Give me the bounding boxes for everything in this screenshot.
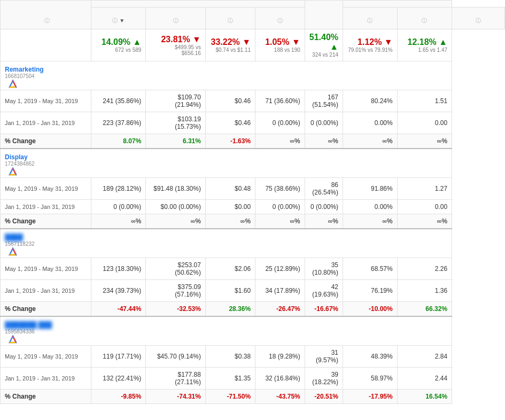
bounce-rate-cell: 0.00%	[343, 112, 398, 134]
clicks-help-icon[interactable]: ⓘ	[112, 18, 118, 24]
clicks-column-header: ⓘ ▼	[91, 7, 146, 29]
pages-session-cell: 0.00	[397, 200, 452, 214]
pages-change: 16.54%	[397, 390, 452, 404]
behavior-group-header	[343, 1, 452, 7]
svg-line-5	[13, 168, 16, 175]
summary-users: 1.05% ▼ 188 vs 190	[255, 29, 305, 61]
date-label: May 1, 2019 - May 31, 2019	[1, 258, 91, 280]
svg-line-2	[13, 81, 16, 87]
data-row: Jan 1, 2019 - Jan 31, 2019223 (37.86%)$1…	[1, 112, 505, 134]
cpc-cell: $1.35	[205, 368, 255, 390]
cpc-cell: $0.46	[205, 90, 255, 112]
campaign-name-row: ████1587118232	[1, 229, 505, 258]
bounce-change: ∞%	[343, 134, 398, 149]
users-cell: 18 (9.28%)	[255, 346, 305, 368]
google-ads-icon	[8, 79, 18, 89]
summary-bounce-rate: 1.12% ▼ 79.01% vs 79.91%	[343, 29, 398, 61]
change-label: % Change	[1, 390, 91, 404]
campaign-name-cell: ████1587118232	[1, 229, 452, 258]
svg-line-11	[13, 336, 16, 343]
sessions-cell: 35 (10.80%)	[305, 258, 343, 280]
cpc-cell: $0.48	[205, 178, 255, 200]
cost-change: -74.31%	[146, 390, 206, 404]
users-change: ∞%	[255, 214, 305, 229]
pages-help-icon[interactable]: ⓘ	[476, 18, 481, 24]
change-row: % Change-9.85%-74.31%-71.50%-43.75%-20.5…	[1, 390, 505, 404]
campaign-name-row: Remarketing1668107504	[1, 61, 505, 90]
cpc-help-icon[interactable]: ⓘ	[228, 18, 233, 24]
campaign-link[interactable]: Display	[5, 153, 28, 161]
data-row: May 1, 2019 - May 31, 2019189 (28.12%)$9…	[1, 178, 505, 200]
cpc-cell: $1.60	[205, 280, 255, 302]
pages-session-cell: 2.44	[397, 368, 452, 390]
pages-session-cell: 1.36	[397, 280, 452, 302]
summary-campaign-cell	[1, 29, 91, 61]
clicks-cell: 189 (28.12%)	[91, 178, 146, 200]
cpc-change: ∞%	[205, 214, 255, 229]
cost-help-icon[interactable]: ⓘ	[173, 18, 178, 24]
campaign-id: 1668107504	[5, 73, 447, 79]
campaign-id: 1724384862	[5, 161, 447, 167]
cost-column-header: ⓘ	[146, 7, 206, 29]
campaign-link[interactable]: ███████ ███	[5, 321, 52, 329]
sessions-group-header	[305, 1, 343, 29]
cost-cell: $0.00 (0.00%)	[146, 200, 206, 214]
clicks-cell: 223 (37.86%)	[91, 112, 146, 134]
sessions-change: ∞%	[305, 214, 343, 229]
cost-change: ∞%	[146, 214, 206, 229]
campaign-name-cell: Display1724384862	[1, 149, 452, 178]
cost-cell: $91.48 (18.30%)	[146, 178, 206, 200]
google-ads-icon	[8, 167, 18, 176]
clicks-change: -9.85%	[91, 390, 146, 404]
data-row: May 1, 2019 - May 31, 2019123 (18.30%)$2…	[1, 258, 505, 280]
sessions-cell: 0 (0.00%)	[305, 112, 343, 134]
pages-session-column-header: ⓘ	[452, 7, 505, 29]
clicks-change: 8.07%	[91, 134, 146, 149]
campaign-link[interactable]: ████	[5, 234, 23, 241]
sessions-change: -16.67%	[305, 302, 343, 317]
bounce-change: ∞%	[343, 214, 398, 229]
cpc-column-header: ⓘ	[205, 7, 255, 29]
bounce-rate-cell: 58.97%	[343, 368, 398, 390]
cost-change: 6.31%	[146, 134, 206, 149]
clicks-cell: 241 (35.86%)	[91, 90, 146, 112]
cost-cell: $103.19 (15.73%)	[146, 112, 206, 134]
bounce-rate-cell: 76.19%	[343, 280, 398, 302]
cpc-cell: $0.46	[205, 112, 255, 134]
date-label: May 1, 2019 - May 31, 2019	[1, 178, 91, 200]
change-row: % Change8.07%6.31%-1.63%∞%∞%∞%∞%	[1, 134, 505, 149]
change-label: % Change	[1, 134, 91, 149]
clicks-sort-icon[interactable]: ▼	[119, 18, 125, 24]
summary-row: 14.09% ▲ 672 vs 589 23.81% ▼ $499.95 vs …	[1, 29, 505, 61]
sessions-column-header: ⓘ	[343, 7, 398, 29]
clicks-cell: 0 (0.00%)	[91, 200, 146, 214]
campaign-name-row: ███████ ███1595834336	[1, 316, 505, 346]
change-row: % Change∞%∞%∞%∞%∞%∞%∞%	[1, 214, 505, 229]
change-label: % Change	[1, 302, 91, 317]
campaign-id: 1595834336	[5, 329, 447, 335]
sessions-cell: 31 (9.57%)	[305, 346, 343, 368]
bounce-help-icon[interactable]: ⓘ	[422, 18, 427, 24]
users-change: -43.75%	[255, 390, 305, 404]
campaign-name-row: Display1724384862	[1, 149, 505, 178]
cost-change: -32.53%	[146, 302, 206, 317]
bounce-rate-column-header: ⓘ	[397, 7, 452, 29]
users-cell: 0 (0.00%)	[255, 200, 305, 214]
pages-change: 66.32%	[397, 302, 452, 317]
bounce-rate-cell: 0.00%	[343, 200, 398, 214]
sessions-cell: 39 (18.22%)	[305, 368, 343, 390]
date-label: May 1, 2019 - May 31, 2019	[1, 346, 91, 368]
campaign-link[interactable]: Remarketing	[5, 66, 44, 73]
help-icon[interactable]: ⓘ	[44, 18, 50, 24]
pages-session-cell: 2.26	[397, 258, 452, 280]
cost-cell: $375.09 (57.16%)	[146, 280, 206, 302]
sessions-cell: 86 (26.54%)	[305, 178, 343, 200]
sessions-help-icon[interactable]: ⓘ	[367, 18, 372, 24]
clicks-change: -47.44%	[91, 302, 146, 317]
summary-pages-session: 12.18% ▲ 1.65 vs 1.47	[397, 29, 452, 61]
cpc-cell: $0.00	[205, 200, 255, 214]
sessions-change: -20.51%	[305, 390, 343, 404]
data-row: Jan 1, 2019 - Jan 31, 2019132 (22.41%)$1…	[1, 368, 505, 390]
users-help-icon[interactable]: ⓘ	[277, 18, 283, 24]
campaign-name-cell: Remarketing1668107504	[1, 61, 452, 90]
